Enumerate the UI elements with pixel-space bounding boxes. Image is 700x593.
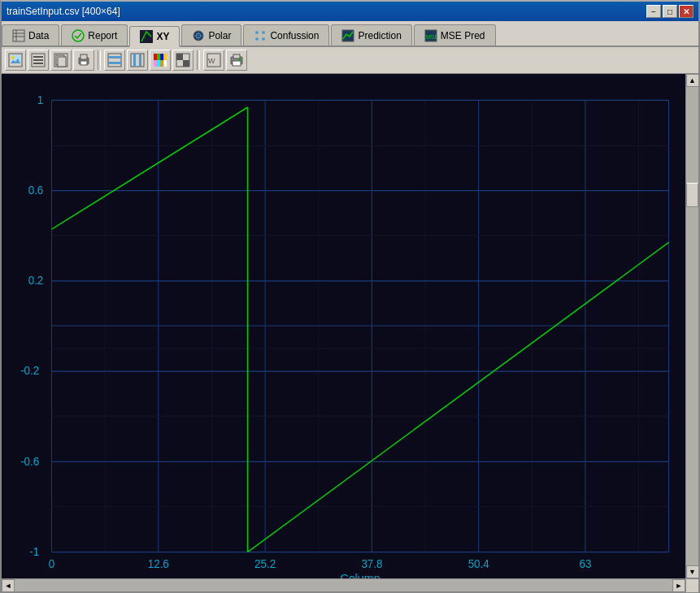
- svg-rect-51: [233, 54, 240, 58]
- tool-copy-button[interactable]: [50, 50, 72, 71]
- tool-image-button[interactable]: [5, 50, 26, 71]
- tab-prediction-label: Prediction: [358, 30, 401, 41]
- svg-rect-46: [176, 54, 183, 60]
- tab-msepred[interactable]: MSE MSE Pred: [414, 24, 496, 45]
- chart-container: row: 205: [2, 74, 685, 578]
- tab-bar: Data Report XY Polar Confussion: [2, 21, 698, 47]
- tab-prediction[interactable]: Prediction: [331, 24, 411, 45]
- svg-point-11: [262, 31, 265, 34]
- svg-text:W: W: [208, 57, 215, 65]
- svg-text:50.4: 50.4: [468, 558, 489, 570]
- svg-text:-0.6: -0.6: [20, 455, 39, 467]
- scroll-track-v: [686, 87, 698, 565]
- data-tab-icon: [12, 29, 25, 42]
- horizontal-scrollbar: ◄ ►: [2, 579, 685, 591]
- tab-xy[interactable]: XY: [129, 26, 180, 47]
- svg-text:-0.2: -0.2: [20, 365, 39, 377]
- svg-text:12.6: 12.6: [148, 558, 169, 570]
- tab-msepred-label: MSE Pred: [441, 30, 485, 41]
- tool-print-button[interactable]: [73, 50, 94, 71]
- tool-size-button[interactable]: W: [203, 50, 224, 71]
- svg-rect-27: [58, 57, 66, 67]
- scroll-track-h: [15, 579, 672, 591]
- tab-polar[interactable]: Polar: [181, 24, 241, 45]
- close-button[interactable]: ✕: [679, 5, 693, 18]
- svg-rect-36: [139, 54, 141, 67]
- tab-xy-label: XY: [156, 31, 169, 42]
- h-scrollbar-container: ◄ ►: [2, 578, 698, 591]
- prediction-tab-icon: [341, 29, 354, 42]
- svg-rect-42: [157, 60, 160, 67]
- tab-confussion-label: Confussion: [270, 30, 319, 41]
- svg-rect-35: [133, 54, 136, 67]
- svg-rect-43: [160, 60, 163, 67]
- svg-text:1: 1: [37, 93, 43, 106]
- tool-printer2-button[interactable]: [226, 50, 247, 71]
- svg-text:0.2: 0.2: [28, 275, 44, 287]
- toolbar: W: [2, 47, 698, 74]
- tool-hlines-button[interactable]: [104, 50, 125, 71]
- main-area: row: 205: [2, 74, 698, 578]
- minimize-button[interactable]: −: [646, 5, 661, 18]
- confussion-tab-icon: [254, 29, 267, 42]
- svg-point-4: [72, 30, 84, 41]
- scroll-down-button[interactable]: ▼: [686, 565, 699, 578]
- svg-rect-31: [108, 54, 121, 67]
- svg-point-20: [11, 56, 15, 59]
- scroll-right-button[interactable]: ►: [672, 579, 685, 592]
- scroll-thumb-v[interactable]: [686, 183, 698, 207]
- svg-rect-44: [163, 60, 167, 67]
- svg-rect-29: [80, 54, 87, 59]
- msepred-tab-icon: MSE: [424, 29, 437, 42]
- svg-text:MSE: MSE: [426, 34, 437, 40]
- svg-point-13: [262, 37, 265, 41]
- tool-cut-button[interactable]: [28, 50, 49, 71]
- svg-rect-23: [33, 59, 43, 61]
- svg-rect-30: [80, 61, 87, 65]
- tab-data-label: Data: [28, 30, 49, 41]
- svg-rect-33: [108, 62, 121, 64]
- svg-point-12: [255, 37, 259, 41]
- svg-rect-38: [157, 54, 160, 60]
- tool-colors-button[interactable]: [150, 50, 171, 71]
- svg-point-53: [239, 58, 241, 61]
- tab-confussion[interactable]: Confussion: [243, 24, 329, 45]
- report-tab-icon: [72, 29, 85, 42]
- scroll-corner: [685, 579, 698, 592]
- svg-rect-39: [160, 54, 163, 60]
- maximize-button[interactable]: □: [663, 5, 677, 18]
- chart-svg: 1 0.6 0.2 -0.2 -0.6 -1 0 12.6 25.2 37.8 …: [2, 74, 685, 578]
- svg-text:-1: -1: [29, 546, 39, 558]
- svg-text:25.2: 25.2: [254, 558, 276, 570]
- svg-rect-37: [154, 54, 157, 60]
- tab-report[interactable]: Report: [61, 24, 128, 45]
- svg-text:Column: Column: [340, 572, 380, 578]
- svg-text:0: 0: [49, 558, 55, 570]
- window-controls: − □ ✕: [646, 5, 693, 18]
- svg-rect-52: [233, 61, 241, 66]
- xy-tab-icon: [140, 30, 153, 43]
- svg-rect-34: [131, 54, 144, 67]
- tab-data[interactable]: Data: [2, 24, 59, 45]
- svg-rect-47: [183, 60, 189, 67]
- tool-vlines-button[interactable]: [127, 50, 148, 71]
- svg-rect-32: [108, 56, 121, 58]
- svg-rect-24: [33, 63, 43, 64]
- main-window: trainSetInput.csv [400×64] − □ ✕ Data Re…: [0, 0, 700, 593]
- polar-tab-icon: [192, 29, 205, 42]
- tool-pattern-button[interactable]: [172, 50, 193, 71]
- svg-point-10: [255, 31, 259, 34]
- scroll-left-button[interactable]: ◄: [2, 579, 15, 592]
- svg-text:0.6: 0.6: [28, 184, 44, 197]
- svg-text:63: 63: [580, 558, 592, 570]
- svg-rect-40: [163, 54, 167, 60]
- separator-2: [197, 50, 200, 70]
- svg-rect-0: [13, 30, 24, 41]
- svg-rect-41: [154, 60, 157, 67]
- window-title: trainSetInput.csv [400×64]: [7, 6, 120, 17]
- scroll-up-button[interactable]: ▲: [686, 74, 699, 87]
- tab-report-label: Report: [88, 30, 117, 41]
- vertical-scrollbar: ▲ ▼: [685, 74, 698, 578]
- separator-1: [98, 50, 101, 70]
- title-bar: trainSetInput.csv [400×64] − □ ✕: [2, 2, 698, 21]
